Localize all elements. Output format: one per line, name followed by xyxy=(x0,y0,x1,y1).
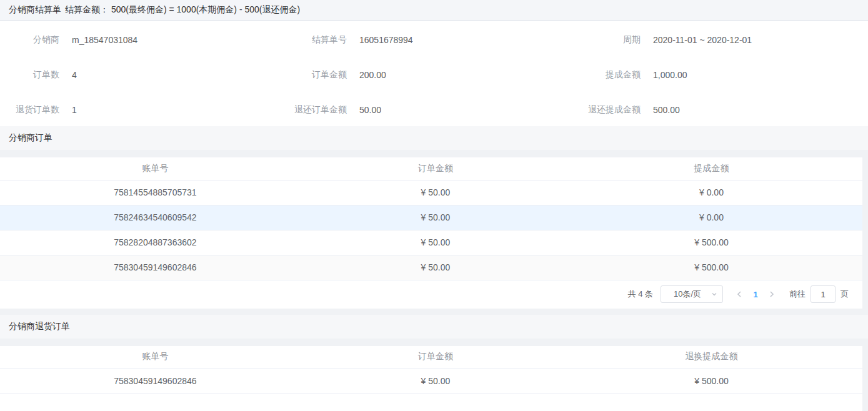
info-commission-amount: 提成金额 1,000.00 xyxy=(581,57,868,92)
info-value: 1,000.00 xyxy=(653,70,687,80)
orders-table-card: 账单号 订单金额 提成金额 75814554885705731¥ 50.00¥ … xyxy=(0,157,862,309)
bill-no-cell: 75828204887363602 xyxy=(0,230,311,255)
bill-no-cell: 75814554885705731 xyxy=(0,180,311,205)
spacer xyxy=(0,394,862,411)
page-size-select[interactable]: 10条/页 xyxy=(661,285,723,303)
prev-page-button[interactable] xyxy=(732,285,747,303)
info-settlement-no: 结算单号 16051678994 xyxy=(287,22,581,57)
info-value: 4 xyxy=(72,70,77,80)
orders-table-header-row: 账单号 订单金额 提成金额 xyxy=(0,157,862,180)
chevron-down-icon xyxy=(711,291,717,297)
returns-table-card: 账单号 订单金额 退换提成金额 75830459149602846¥ 50.00… xyxy=(0,346,862,411)
column-header-order-amount: 订单金额 xyxy=(311,157,561,180)
info-refund-order-amount: 退还订单金额 50.00 xyxy=(287,92,581,127)
info-value: m_18547031084 xyxy=(72,35,137,45)
info-refund-commission-amount: 退还提成金额 500.00 xyxy=(581,92,868,127)
table-row[interactable]: 75828204887363602¥ 50.00¥ 500.00 xyxy=(0,230,862,255)
orders-table: 账单号 订单金额 提成金额 75814554885705731¥ 50.00¥ … xyxy=(0,157,862,280)
info-label: 订单数 xyxy=(0,69,59,81)
page-title: 分销商结算单 xyxy=(9,4,61,16)
page-number-1[interactable]: 1 xyxy=(747,285,764,303)
info-label: 提成金额 xyxy=(581,69,641,81)
column-header-order-amount: 订单金额 xyxy=(311,346,561,369)
column-header-bill-no: 账单号 xyxy=(0,157,311,180)
page-unit-label: 页 xyxy=(841,289,849,300)
returns-section-title: 分销商退货订单 xyxy=(9,321,70,332)
info-label: 周期 xyxy=(581,34,641,46)
spacer xyxy=(0,309,868,315)
info-value: 200.00 xyxy=(359,70,386,80)
orders-section-header: 分销商订单 xyxy=(0,126,868,150)
commission-cell: ¥ 0.00 xyxy=(561,180,862,205)
info-label: 分销商 xyxy=(0,34,59,46)
bill-no-cell: 75830459149602846 xyxy=(0,369,311,394)
commission-cell: ¥ 500.00 xyxy=(561,369,862,394)
goto-label: 前往 xyxy=(789,289,806,300)
order-amount-cell: ¥ 50.00 xyxy=(311,255,561,280)
chevron-right-icon xyxy=(769,290,775,298)
commission-cell: ¥ 500.00 xyxy=(561,255,862,280)
chevron-left-icon xyxy=(736,290,742,298)
orders-pagination: 共 4 条 10条/页 1 前往 页 xyxy=(0,280,862,309)
commission-cell: ¥ 500.00 xyxy=(561,230,862,255)
settlement-info-card: 分销商 m_18547031084 结算单号 16051678994 周期 20… xyxy=(0,21,868,126)
returns-section-header: 分销商退货订单 xyxy=(0,315,868,339)
returns-table: 账单号 订单金额 退换提成金额 75830459149602846¥ 50.00… xyxy=(0,346,862,394)
order-amount-cell: ¥ 50.00 xyxy=(311,230,561,255)
info-value: 50.00 xyxy=(359,105,381,115)
spacer xyxy=(0,339,868,346)
info-label: 退还订单金额 xyxy=(287,104,347,116)
page-header: 分销商结算单 结算金额： 500(最终佣金) = 1000(本期佣金) - 50… xyxy=(0,0,868,21)
info-label: 订单金额 xyxy=(287,69,347,81)
info-value: 500.00 xyxy=(653,105,680,115)
table-row[interactable]: 75824634540609542¥ 50.00¥ 0.00 xyxy=(0,205,862,230)
page-size-select-value: 10条/页 xyxy=(674,289,701,300)
settlement-summary: 结算金额： 500(最终佣金) = 1000(本期佣金) - 500(退还佣金) xyxy=(65,4,300,16)
order-amount-cell: ¥ 50.00 xyxy=(311,205,561,230)
column-header-refund-commission: 退换提成金额 xyxy=(561,346,862,369)
info-label: 退还提成金额 xyxy=(581,104,641,116)
table-row[interactable]: 75830459149602846¥ 50.00¥ 500.00 xyxy=(0,255,862,280)
info-return-order-count: 退货订单数 1 xyxy=(0,92,287,127)
bill-no-cell: 75824634540609542 xyxy=(0,205,311,230)
table-row[interactable]: 75814554885705731¥ 50.00¥ 0.00 xyxy=(0,180,862,205)
returns-table-header-row: 账单号 订单金额 退换提成金额 xyxy=(0,346,862,369)
info-order-count: 订单数 4 xyxy=(0,57,287,92)
column-header-commission: 提成金额 xyxy=(561,157,862,180)
bill-no-cell: 75830459149602846 xyxy=(0,255,311,280)
table-row[interactable]: 75830459149602846¥ 50.00¥ 500.00 xyxy=(0,369,862,394)
info-value: 2020-11-01 ~ 2020-12-01 xyxy=(653,35,752,45)
info-order-amount: 订单金额 200.00 xyxy=(287,57,581,92)
info-distributor: 分销商 m_18547031084 xyxy=(0,22,287,57)
column-header-bill-no: 账单号 xyxy=(0,346,311,369)
info-value: 16051678994 xyxy=(359,35,413,45)
pagination-total: 共 4 条 xyxy=(628,289,653,300)
info-label: 结算单号 xyxy=(287,34,347,46)
goto-page-input[interactable] xyxy=(811,285,836,303)
info-label: 退货订单数 xyxy=(0,104,59,116)
next-page-button[interactable] xyxy=(764,285,779,303)
info-value: 1 xyxy=(72,105,77,115)
order-amount-cell: ¥ 50.00 xyxy=(311,180,561,205)
commission-cell: ¥ 0.00 xyxy=(561,205,862,230)
order-amount-cell: ¥ 50.00 xyxy=(311,369,561,394)
info-period: 周期 2020-11-01 ~ 2020-12-01 xyxy=(581,22,868,57)
orders-section-title: 分销商订单 xyxy=(9,132,52,144)
spacer xyxy=(0,150,868,157)
